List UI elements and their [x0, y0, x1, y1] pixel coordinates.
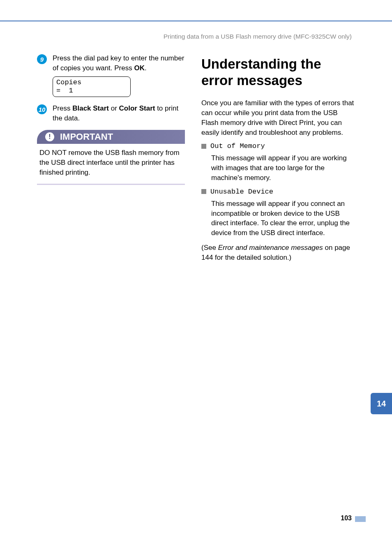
right-column: Understanding the error messages Once yo…: [201, 53, 355, 263]
step-10-bold-black: Black Start: [72, 104, 109, 112]
step-10-bold-color: Color Start: [119, 104, 155, 112]
section-heading: Understanding the error messages: [201, 56, 355, 88]
see-pre: (See: [201, 244, 218, 252]
chapter-tab[interactable]: 14: [371, 393, 392, 414]
error-item-out-of-memory: Out of Memory This message will appear i…: [201, 142, 355, 182]
content-area: 9 Press the dial pad key to enter the nu…: [37, 53, 355, 263]
top-divider: [0, 21, 392, 21]
important-body: DO NOT remove the USB flash memory from …: [37, 144, 185, 184]
step-number-icon: 9: [37, 54, 47, 64]
see-link[interactable]: Error and maintenance messages: [218, 244, 323, 252]
step-9-body: Press the dial pad key to enter the numb…: [53, 53, 185, 97]
page-number: 103: [341, 515, 352, 522]
error-description: This message will appear if you connect …: [211, 199, 355, 238]
important-callout: ! IMPORTANT DO NOT remove the USB flash …: [37, 130, 185, 185]
lcd-display: Copies = 1: [53, 76, 131, 97]
step-number-icon: 10: [37, 104, 47, 114]
step-9: 9 Press the dial pad key to enter the nu…: [37, 53, 185, 97]
exclamation-icon: !: [45, 132, 54, 141]
important-header: ! IMPORTANT: [37, 130, 185, 144]
error-label-row: Out of Memory: [201, 142, 355, 150]
see-also: (See Error and maintenance messages on p…: [201, 243, 355, 263]
error-label-row: Unusable Device: [201, 188, 355, 196]
step-10-mid1: or: [109, 104, 119, 112]
header-breadcrumb: Printing data from a USB Flash memory dr…: [164, 33, 352, 40]
left-column: 9 Press the dial pad key to enter the nu…: [37, 53, 185, 263]
step-10: 10 Press Black Start or Color Start to p…: [37, 104, 185, 123]
step-10-text-pre: Press: [53, 104, 72, 112]
step-9-text-post: .: [145, 64, 147, 72]
square-bullet-icon: [201, 144, 206, 149]
error-item-unusable-device: Unusable Device This message will appear…: [201, 188, 355, 238]
square-bullet-icon: [201, 189, 206, 194]
error-label: Out of Memory: [210, 142, 265, 150]
step-10-body: Press Black Start or Color Start to prin…: [53, 104, 185, 123]
page-decoration: [355, 516, 366, 522]
important-title: IMPORTANT: [60, 132, 113, 142]
error-label: Unusable Device: [210, 188, 273, 196]
error-description: This message will appear if you are work…: [211, 153, 355, 182]
step-9-bold-ok: OK: [134, 64, 145, 72]
step-9-text-pre: Press the dial pad key to enter the numb…: [53, 54, 184, 72]
intro-paragraph: Once you are familiar with the types of …: [201, 98, 355, 137]
